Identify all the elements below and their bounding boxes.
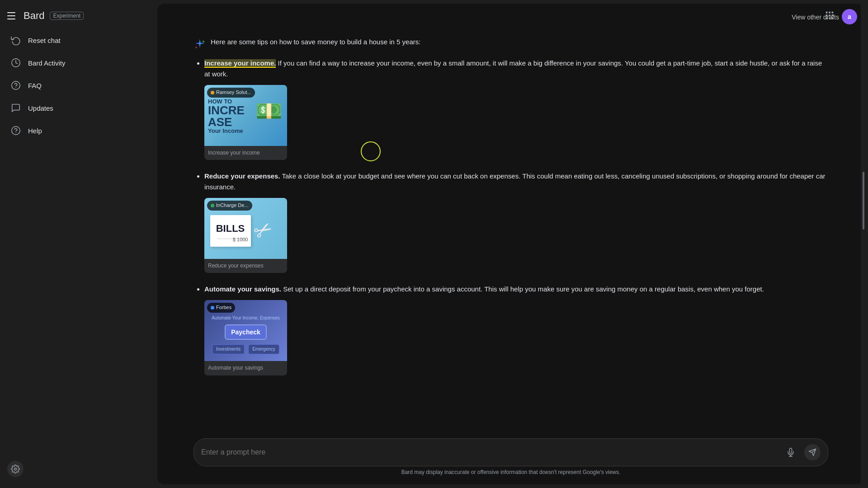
- source-dot-bills: [211, 204, 214, 207]
- svg-rect-8: [832, 12, 834, 14]
- send-button[interactable]: [804, 444, 821, 460]
- sidebar-footer: [7, 461, 24, 477]
- sidebar-item-updates[interactable]: Updates: [4, 98, 154, 118]
- svg-rect-7: [829, 12, 830, 14]
- google-apps-icon[interactable]: [825, 10, 835, 23]
- source-dot-automate: [211, 306, 214, 310]
- reset-chat-icon: [11, 35, 21, 45]
- response-scroll-area[interactable]: Here are some tips on how to save money …: [157, 27, 864, 433]
- image-source-bills: InCharge De...: [207, 201, 252, 211]
- bullet-list: Increase your income. If you can find a …: [193, 58, 828, 375]
- paycheck-box: Paycheck: [225, 324, 267, 340]
- response-intro: Here are some tips on how to save money …: [193, 38, 828, 51]
- svg-point-1: [12, 81, 20, 89]
- bard-activity-label: Bard Activity: [28, 59, 66, 67]
- svg-rect-6: [826, 12, 828, 14]
- bullet-text-automate: Set up a direct deposit from your payche…: [283, 285, 764, 293]
- sidebar-item-bard-activity[interactable]: Bard Activity: [4, 52, 154, 73]
- svg-rect-12: [826, 18, 828, 19]
- bills-envelope: BILLS $ 1000: [210, 215, 251, 247]
- automate-visual: Automate Your Income, Expenses Paycheck …: [212, 314, 280, 354]
- user-avatar[interactable]: a: [842, 9, 857, 24]
- response-intro-text: Here are some tips on how to save money …: [211, 38, 420, 46]
- svg-rect-13: [829, 18, 830, 19]
- image-automate: Forbes Automate Your Income, Expenses Pa…: [204, 300, 287, 361]
- help-label: Help: [28, 127, 42, 135]
- scroll-indicator: [861, 4, 864, 484]
- bullet-item-reduce-expenses: Reduce your expenses. Take a close look …: [204, 171, 828, 273]
- faq-icon: [11, 80, 21, 90]
- income-money-icon: 💵: [255, 94, 283, 129]
- source-label-automate: Forbes: [216, 304, 231, 312]
- svg-rect-14: [832, 18, 834, 19]
- main-panel: a View other drafts Here are some tips o…: [157, 4, 864, 484]
- source-label-income: Ramsey Solut...: [216, 89, 251, 97]
- bullet-bold-reduce-expenses: Reduce your expenses.: [204, 172, 280, 180]
- bard-activity-icon: [11, 58, 21, 68]
- bard-star-icon: [193, 38, 206, 51]
- sidebar: Bard Experiment Reset chat Bard Activity: [0, 0, 157, 488]
- app-title: Bard: [24, 10, 44, 22]
- bullet-bold-automate: Automate your savings.: [204, 285, 281, 293]
- sidebar-nav: Reset chat Bard Activity FAQ: [0, 30, 157, 141]
- scissors-icon: ✂: [247, 211, 280, 250]
- image-card-reduce-expenses[interactable]: InCharge De... BILLS $ 1000: [204, 198, 287, 273]
- image-caption-bills: Reduce your expenses: [204, 259, 287, 273]
- topbar-right: a: [825, 9, 857, 24]
- updates-label: Updates: [28, 104, 53, 112]
- prompt-input[interactable]: [201, 448, 777, 456]
- bullet-item-increase-income: Increase your income. If you can find a …: [204, 58, 828, 160]
- hamburger-menu-icon[interactable]: [7, 10, 18, 21]
- microphone-button[interactable]: [783, 444, 799, 460]
- experiment-badge: Experiment: [50, 12, 84, 20]
- svg-point-3: [12, 127, 20, 135]
- svg-point-5: [14, 468, 17, 470]
- image-card-increase-income[interactable]: Ramsey Solut... How to INCRE ASE Your In…: [204, 85, 287, 160]
- image-caption-income: Increase your income: [204, 146, 287, 160]
- image-bills: InCharge De... BILLS $ 1000: [204, 198, 287, 259]
- reset-chat-label: Reset chat: [28, 37, 61, 44]
- input-bar-container: Bard may display inaccurate or offensive…: [157, 433, 864, 484]
- bullet-text-reduce-expenses: Take a close look at your budget and see…: [204, 172, 826, 191]
- source-label-bills: InCharge De...: [216, 202, 249, 210]
- bullet-item-automate-savings: Automate your savings. Set up a direct d…: [204, 284, 828, 375]
- svg-rect-9: [826, 14, 828, 16]
- svg-rect-11: [832, 14, 834, 16]
- updates-icon: [11, 103, 21, 113]
- sidebar-item-reset-chat[interactable]: Reset chat: [4, 30, 154, 51]
- image-caption-automate: Automate your savings: [204, 361, 287, 375]
- disclaimer-text: Bard may display inaccurate or offensive…: [193, 466, 828, 481]
- settings-button[interactable]: [7, 461, 24, 477]
- scroll-thumb: [863, 172, 864, 230]
- image-source-income: Ramsey Solut...: [207, 88, 255, 98]
- image-income: Ramsey Solut... How to INCRE ASE Your In…: [204, 85, 287, 146]
- help-icon: [11, 126, 21, 136]
- image-card-automate[interactable]: Forbes Automate Your Income, Expenses Pa…: [204, 300, 287, 375]
- input-bar: [193, 438, 828, 466]
- svg-rect-10: [829, 14, 830, 16]
- faq-label: FAQ: [28, 82, 42, 89]
- bills-visual: BILLS $ 1000 ✂: [219, 213, 273, 248]
- sidebar-item-help[interactable]: Help: [4, 120, 154, 141]
- image-source-automate: Forbes: [207, 303, 235, 313]
- sidebar-item-faq[interactable]: FAQ: [4, 75, 154, 96]
- income-image-text: How to INCRE ASE Your Income: [208, 99, 245, 134]
- source-dot: [211, 91, 214, 94]
- sidebar-header: Bard Experiment: [0, 5, 157, 26]
- bullet-text-increase-income: If you can find a way to increase your i…: [204, 59, 822, 78]
- bullet-bold-increase-income: Increase your income.: [204, 59, 276, 68]
- drafts-bar: View other drafts: [157, 4, 864, 27]
- response-content: Increase your income. If you can find a …: [193, 58, 828, 375]
